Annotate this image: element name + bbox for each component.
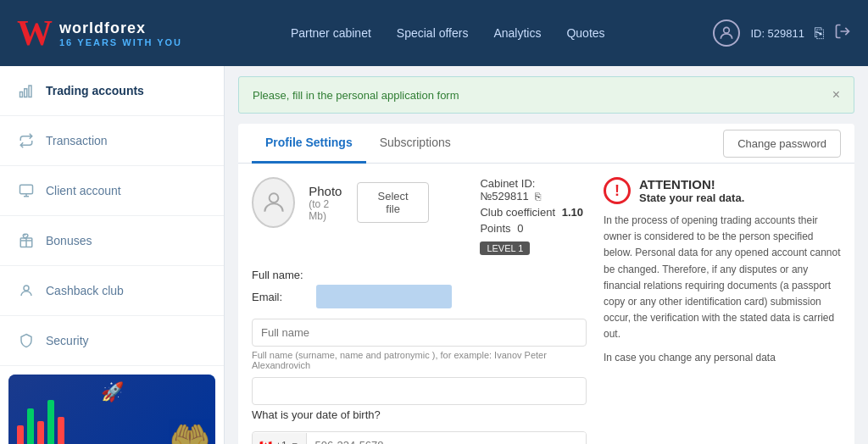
transaction-icon	[17, 131, 36, 150]
fullname-label: Full name:	[252, 269, 303, 281]
phone-dropdown-icon[interactable]: ▼	[291, 441, 299, 444]
sidebar-label-cashback-club: Cashback club	[46, 284, 124, 297]
nav-quotes[interactable]: Quotes	[566, 26, 604, 40]
nav-analytics[interactable]: Analytics	[493, 26, 541, 40]
sidebar: Trading accounts Transaction Client acco…	[0, 66, 225, 444]
tab-subscriptions[interactable]: Subscriptions	[366, 124, 465, 164]
header: W worldforex 16 YEARS WITH YOU Partner c…	[0, 0, 868, 66]
svg-point-6	[24, 286, 29, 291]
main-layout: Trading accounts Transaction Client acco…	[0, 66, 868, 444]
email-label: Email:	[252, 291, 303, 303]
email-inline-row: Email:	[252, 285, 587, 308]
club-coeff-value: 1.10	[562, 206, 583, 219]
user-avatar-icon[interactable]	[713, 19, 740, 47]
sidebar-item-bonuses[interactable]: Bonuses	[0, 216, 224, 266]
fullname-input[interactable]	[252, 319, 587, 347]
photo-sub: (to 2 Mb)	[309, 198, 343, 222]
attention-text: In the process of opening trading accoun…	[604, 213, 841, 343]
notification-close-button[interactable]: ×	[832, 87, 840, 103]
cabinet-info: Cabinet ID: №529811 ⎘ Club coefficient 1…	[480, 177, 587, 255]
profile-body: Photo (to 2 Mb) Select file Cabinet ID: …	[238, 164, 854, 444]
dob-label: What is your date of birth?	[252, 408, 381, 421]
fullname-input-area: Full name (surname, name and patronymic …	[252, 319, 587, 370]
sidebar-label-security: Security	[46, 334, 89, 347]
svg-rect-4	[20, 185, 33, 194]
attention-header: ! ATTENTION! State your real data.	[604, 177, 841, 204]
svg-rect-2	[25, 89, 27, 97]
sidebar-item-trading-accounts[interactable]: Trading accounts	[0, 66, 224, 116]
points-value: 0	[517, 222, 523, 235]
nav-special-offers[interactable]: Special offers	[397, 26, 469, 40]
attention-box: ! ATTENTION! State your real data. In th…	[604, 177, 841, 366]
sidebar-item-security[interactable]: Security	[0, 316, 224, 366]
nav-links: Partner cabinet Special offers Analytics…	[291, 26, 605, 40]
logo-area: W worldforex 16 YEARS WITH YOU	[17, 15, 182, 51]
svg-point-7	[269, 193, 278, 203]
attention-title: ATTENTION!	[639, 177, 744, 191]
change-password-button[interactable]: Change password	[723, 130, 841, 158]
level-badge: LEVEL 1	[480, 241, 530, 255]
sidebar-item-transaction[interactable]: Transaction	[0, 116, 224, 166]
user-id-label: ID: 529811	[750, 27, 804, 40]
logo-sub-text: YEARS WITH YOU	[77, 37, 182, 47]
copy-id-icon[interactable]: ⎘	[815, 25, 824, 42]
select-file-button[interactable]: Select file	[357, 182, 430, 223]
sidebar-label-client-account: Client account	[46, 184, 121, 197]
sidebar-label-trading-accounts: Trading accounts	[46, 84, 144, 97]
photo-info: Photo (to 2 Mb)	[309, 184, 343, 222]
nav-partner-cabinet[interactable]: Partner cabinet	[291, 26, 371, 40]
photo-section: Photo (to 2 Mb) Select file	[252, 177, 429, 228]
cashback-icon	[17, 281, 36, 300]
profile-left: Photo (to 2 Mb) Select file Cabinet ID: …	[252, 177, 587, 444]
notification-bar: Please, fill in the personal application…	[238, 76, 854, 114]
points-row: Points 0	[480, 222, 587, 235]
phone-input[interactable]	[307, 432, 586, 444]
club-coeff-row: Club coefficient 1.10	[480, 206, 587, 219]
sidebar-item-cashback-club[interactable]: Cashback club	[0, 266, 224, 316]
content-area: Please, fill in the personal application…	[225, 66, 868, 444]
logo-years: 16	[59, 37, 73, 47]
dob-input[interactable]	[252, 377, 587, 405]
copy-cabinet-id-icon[interactable]: ⎘	[535, 191, 541, 203]
header-right: ID: 529811 ⎘	[713, 19, 851, 47]
photo-label: Photo	[309, 184, 343, 198]
profile-card: Profile Settings Subscriptions Change pa…	[238, 124, 854, 444]
trading-accounts-icon	[17, 81, 36, 100]
client-account-icon	[17, 181, 36, 200]
tab-profile-settings[interactable]: Profile Settings	[252, 124, 366, 164]
svg-point-0	[724, 27, 730, 33]
phone-code: +1	[275, 440, 287, 445]
sidebar-item-client-account[interactable]: Client account	[0, 166, 224, 216]
attention-title-group: ATTENTION! State your real data.	[639, 177, 744, 204]
cabinet-id-text: Cabinet ID: №529811	[480, 177, 535, 203]
profile-right: ! ATTENTION! State your real data. In th…	[604, 177, 841, 444]
logo-text: worldforex 16 YEARS WITH YOU	[59, 19, 182, 47]
sidebar-banner: 🤲 🚀	[8, 375, 215, 444]
logo-sub: 16 YEARS WITH YOU	[59, 37, 182, 47]
svg-rect-1	[20, 92, 23, 97]
attention-icon: !	[604, 177, 631, 204]
logo-w-icon: W	[17, 15, 53, 51]
phone-flag[interactable]: 🇨🇦 +1 ▼	[253, 433, 307, 445]
phone-row: 🇨🇦 +1 ▼	[252, 431, 587, 444]
profile-tabs: Profile Settings Subscriptions Change pa…	[238, 124, 854, 164]
points-label: Points	[480, 222, 510, 235]
sidebar-label-transaction: Transaction	[46, 134, 108, 147]
attention-subtitle: State your real data.	[639, 191, 744, 204]
avatar	[252, 177, 295, 228]
security-icon	[17, 331, 36, 350]
dob-input-area: What is your date of birth?	[252, 377, 587, 425]
bonuses-icon	[17, 231, 36, 250]
fullname-hint: Full name (surname, name and patronymic …	[252, 350, 587, 370]
svg-rect-3	[29, 86, 31, 97]
email-placeholder-bar	[316, 285, 452, 308]
fullname-inline-row: Full name:	[252, 269, 587, 281]
club-coeff-label: Club coefficient	[480, 206, 555, 219]
notification-text: Please, fill in the personal application…	[253, 89, 459, 102]
attention-text2: In case you change any personal data	[604, 350, 841, 366]
logout-icon[interactable]	[834, 23, 851, 44]
sidebar-label-bonuses: Bonuses	[46, 234, 92, 247]
tab-links: Profile Settings Subscriptions	[252, 124, 465, 163]
cabinet-id-row: Cabinet ID: №529811 ⎘	[480, 177, 587, 203]
logo-name: worldforex	[59, 19, 182, 37]
